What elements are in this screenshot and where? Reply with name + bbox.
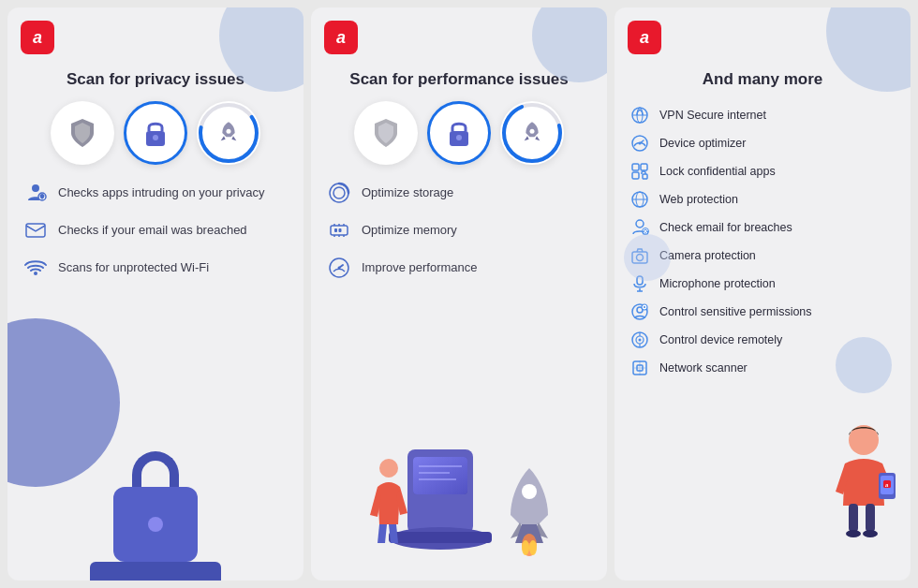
- vpn-svg: [630, 106, 649, 125]
- svg-rect-7: [26, 224, 45, 237]
- card-performance: a Scan for performance issues: [311, 7, 607, 581]
- avira-logo: a: [21, 21, 54, 54]
- web-svg: [630, 190, 649, 209]
- performance-icon: [326, 255, 352, 281]
- feature-list: Optimize storage Optimize memory: [311, 180, 607, 281]
- feature-text: Improve performance: [362, 260, 478, 276]
- lock-body: [113, 487, 198, 562]
- svg-point-54: [636, 220, 644, 228]
- svg-point-4: [227, 129, 231, 134]
- lock-icon: [442, 116, 476, 150]
- performance-illustration: [311, 393, 607, 581]
- rocket-circle: [500, 101, 564, 165]
- svg-rect-76: [849, 504, 858, 532]
- lock-keyhole: [148, 517, 163, 532]
- svg-point-27: [338, 267, 341, 270]
- decorative-blob-br: [836, 337, 892, 393]
- card-privacy: a Scan for privacy issues: [7, 7, 304, 581]
- permissions-icon: [629, 301, 650, 322]
- wifi-scan-icon: [24, 257, 47, 279]
- remote-icon: [629, 330, 650, 350]
- many-item-email: Check email for breaches: [629, 217, 896, 238]
- many-item-lock-apps: Lock confidential apps: [629, 161, 896, 182]
- optimizer-svg: [630, 134, 649, 153]
- feature-text: Checks if your email was breached: [58, 223, 247, 239]
- network-icon: [629, 358, 650, 378]
- shield-circle: [51, 101, 114, 165]
- feature-text: Optimize memory: [362, 223, 457, 239]
- svg-rect-17: [334, 228, 337, 232]
- svg-rect-49: [632, 172, 639, 179]
- envelope-icon: [24, 219, 47, 242]
- privacy-icon: [22, 180, 49, 206]
- svg-point-8: [34, 272, 37, 275]
- feature-item: Scans for unprotected Wi-Fi: [22, 255, 289, 281]
- many-item-web: Web protection: [629, 189, 896, 210]
- svg-point-10: [456, 135, 462, 140]
- remote-svg: [630, 331, 649, 349]
- network-svg: [630, 359, 649, 377]
- icon-row: [311, 101, 607, 180]
- lock-circle: [427, 101, 491, 165]
- many-item-vpn: VPN Secure internet: [629, 105, 896, 125]
- many-text: Control device remotely: [659, 333, 782, 346]
- svg-point-37: [522, 484, 537, 499]
- perf-svg: [314, 393, 604, 581]
- decorative-blob-bl: [624, 234, 671, 281]
- lock-apps-icon: [629, 161, 650, 182]
- lock-illustration: [7, 393, 304, 581]
- svg-rect-18: [339, 228, 342, 232]
- gauge-icon: [328, 257, 350, 279]
- email-icon: [22, 217, 49, 243]
- storage-icon: [328, 182, 350, 204]
- shield-circle: [354, 101, 418, 165]
- shield-icon: [369, 116, 403, 150]
- person-illustration: a: [807, 412, 901, 581]
- many-text: Control sensitive permissions: [659, 305, 812, 318]
- svg-point-79: [863, 530, 878, 537]
- rocket-circle: [197, 101, 260, 165]
- many-text: Camera protection: [659, 249, 756, 262]
- person-svg: a: [807, 412, 901, 581]
- card-more: a And many more VPN Secure internet: [614, 7, 911, 581]
- many-text: Lock confidential apps: [659, 165, 776, 178]
- many-text: VPN Secure internet: [659, 109, 766, 122]
- svg-rect-30: [413, 457, 467, 494]
- svg-point-78: [846, 530, 861, 537]
- many-text: Check email for breaches: [659, 221, 792, 234]
- svg-point-46: [639, 142, 642, 145]
- svg-rect-77: [866, 504, 875, 532]
- feature-item: Checks if your email was breached: [22, 217, 289, 243]
- many-text: Web protection: [659, 193, 738, 206]
- many-text: Network scanner: [659, 361, 748, 375]
- lock-circle: [124, 101, 187, 165]
- web-icon: [629, 189, 650, 210]
- optimizer-icon: [629, 133, 650, 154]
- vpn-icon: [629, 105, 650, 125]
- many-text: Device optimizer: [659, 137, 746, 150]
- feature-list: Checks apps intruding on your privacy Ch…: [7, 180, 304, 281]
- avira-logo: a: [628, 21, 661, 54]
- person-shield-icon: [24, 182, 47, 204]
- svg-rect-48: [641, 164, 647, 170]
- many-item-optimizer: Device optimizer: [629, 133, 896, 154]
- svg-point-15: [333, 187, 345, 198]
- svg-point-13: [530, 129, 535, 134]
- svg-point-5: [32, 184, 39, 192]
- feature-item: Improve performance: [326, 255, 592, 281]
- rocket-icon: [215, 119, 243, 147]
- svg-point-1: [153, 135, 158, 140]
- feature-item: Optimize memory: [326, 217, 592, 243]
- svg-point-36: [379, 459, 398, 478]
- feature-text: Scans for unprotected Wi-Fi: [58, 260, 209, 276]
- feature-item: Checks apps intruding on your privacy: [22, 180, 289, 206]
- icon-row: [7, 101, 304, 180]
- lock-base: [90, 562, 221, 581]
- svg-rect-35: [389, 532, 492, 543]
- svg-point-40: [529, 540, 537, 555]
- memory-icon: [326, 217, 352, 243]
- wifi-icon: [22, 255, 49, 281]
- svg-point-70: [639, 339, 642, 342]
- storage-icon: [326, 180, 352, 206]
- many-item-permissions: Control sensitive permissions: [629, 301, 896, 322]
